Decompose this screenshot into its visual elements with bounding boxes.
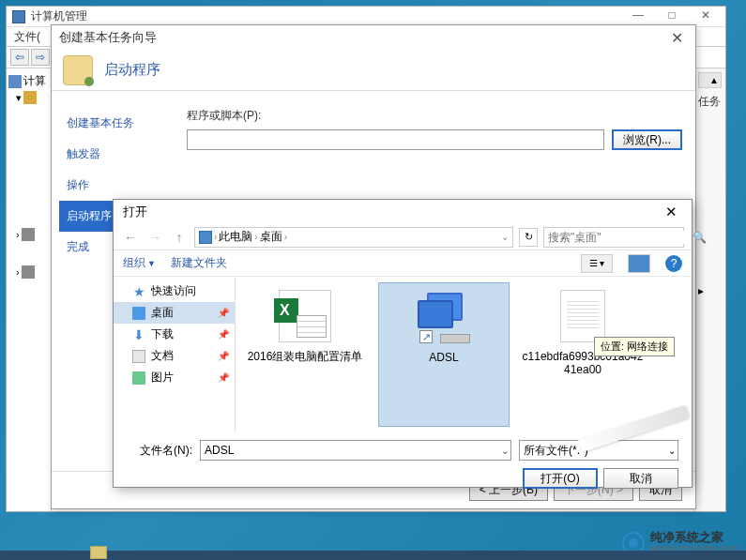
wizard-icon — [63, 55, 93, 85]
help-icon[interactable]: ? — [665, 255, 682, 272]
refresh-icon[interactable]: ↻ — [519, 228, 538, 247]
taskbar-folder-icon[interactable] — [90, 546, 107, 559]
tree-services[interactable]: › — [8, 265, 49, 280]
file-tooltip: 位置: 网络连接 — [594, 337, 675, 356]
star-icon: ★ — [132, 285, 145, 298]
download-icon: ⬇ — [132, 328, 145, 341]
open-toolbar: 组织▼ 新建文件夹 ☰ ▾ ? — [114, 250, 692, 277]
sidebar-desktop[interactable]: 桌面📌 — [114, 302, 235, 324]
search-icon[interactable]: 🔍 — [693, 231, 707, 244]
excel-icon — [279, 290, 331, 342]
view-mode-button[interactable]: ☰ ▾ — [581, 254, 613, 273]
watermark-text: 纯净系统之家 — [650, 532, 738, 543]
network-shortcut-icon: ↗ — [414, 291, 474, 343]
wizard-title: 创建基本任务向导 — [59, 29, 665, 46]
preview-pane-button[interactable] — [628, 254, 650, 273]
nav-back-icon[interactable]: ⇦ — [10, 49, 29, 66]
shortcut-overlay-icon: ↗ — [419, 330, 433, 343]
open-cancel-button[interactable]: 取消 — [603, 468, 678, 489]
actions-header[interactable]: ▲ — [698, 72, 722, 88]
pin-icon: 📌 — [218, 351, 229, 361]
chevron-right-icon: › — [284, 232, 287, 242]
filename-label: 文件名(N): — [127, 443, 192, 459]
wizard-titlebar: 创建基本任务向导 ✕ — [52, 25, 695, 50]
file-name: ADSL — [429, 351, 458, 364]
file-name: 2016组装电脑配置清单 — [248, 350, 363, 363]
pin-icon: 📌 — [218, 329, 229, 340]
chevron-down-icon: ⌄ — [668, 446, 676, 456]
tree-root-icon — [8, 75, 22, 88]
text-file-icon — [560, 290, 605, 342]
sidebar-quick-access[interactable]: ★快速访问 — [114, 280, 235, 302]
nav-forward-icon[interactable]: ⇨ — [31, 49, 50, 66]
cmp-actions-pane: ▲ 任务 ▸ — [693, 68, 725, 511]
sidebar-documents[interactable]: 文档📌 — [114, 345, 235, 367]
program-label: 程序或脚本(P): — [187, 108, 682, 124]
actions-label: 任务 — [698, 88, 722, 115]
open-navbar: ← → ↑ › 此电脑 › 桌面 › ⌄ ↻ 🔍 — [114, 224, 692, 250]
cmp-tree[interactable]: 计算 ▾ › › — [7, 68, 52, 511]
actions-more[interactable]: ▸ — [698, 284, 722, 297]
chevron-right-icon: › — [254, 232, 257, 242]
storage-icon — [22, 228, 35, 241]
cmp-title: 计算机管理 — [31, 8, 618, 24]
browse-button[interactable]: 浏览(R)... — [612, 129, 682, 150]
step-create[interactable]: 创建基本任务 — [59, 108, 174, 139]
file-adsl[interactable]: ↗ ADSL — [378, 282, 510, 427]
file-excel[interactable]: 2016组装电脑配置清单 — [239, 282, 371, 427]
filename-combo[interactable]: ADSL⌄ — [200, 440, 511, 461]
nav-back-icon[interactable]: ← — [121, 228, 140, 247]
document-icon — [132, 350, 145, 363]
cmp-app-icon — [12, 10, 25, 23]
close-button[interactable]: ✕ — [692, 8, 720, 25]
minimize-button[interactable]: — — [624, 8, 652, 25]
search-box[interactable]: 🔍 — [543, 227, 684, 248]
sidebar-downloads[interactable]: ⬇下载📌 — [114, 324, 235, 345]
open-close-icon[interactable]: ✕ — [660, 204, 682, 220]
open-titlebar: 打开 ✕ — [114, 200, 692, 224]
open-sidebar: ★快速访问 桌面📌 ⬇下载📌 文档📌 图片📌 — [114, 277, 236, 432]
crumb-pc[interactable]: 此电脑 — [219, 229, 252, 245]
wrench-icon — [23, 91, 37, 104]
step-trigger[interactable]: 触发器 — [59, 139, 174, 170]
search-input[interactable] — [548, 231, 689, 244]
pc-icon — [199, 231, 212, 244]
new-folder-button[interactable]: 新建文件夹 — [171, 255, 227, 271]
sidebar-pictures[interactable]: 图片📌 — [114, 367, 235, 388]
pin-icon: 📌 — [218, 308, 229, 318]
services-icon — [22, 265, 35, 279]
chevron-down-icon: ⌄ — [501, 446, 509, 456]
tree-root[interactable]: 计算 — [8, 72, 49, 90]
wizard-header: 启动程序 — [52, 50, 695, 91]
wizard-heading: 启动程序 — [104, 61, 160, 79]
wizard-close-icon[interactable]: ✕ — [665, 29, 688, 47]
tree-child[interactable]: ▾ — [8, 90, 49, 105]
nav-up-icon[interactable]: ↑ — [170, 228, 189, 247]
file-list[interactable]: 2016组装电脑配置清单 ↗ ADSL c11ebdfa6993bc01a042… — [236, 277, 692, 432]
nav-fwd-icon[interactable]: → — [145, 228, 164, 247]
chevron-down-icon[interactable]: ⌄ — [501, 232, 509, 242]
open-button[interactable]: 打开(O) — [523, 468, 598, 489]
organize-menu[interactable]: 组织▼ — [123, 255, 156, 271]
breadcrumb[interactable]: › 此电脑 › 桌面 › ⌄ — [194, 227, 513, 248]
tree-storage[interactable]: › — [8, 227, 49, 242]
pictures-icon — [132, 371, 145, 385]
step-action[interactable]: 操作 — [59, 170, 174, 201]
program-input[interactable] — [187, 129, 604, 150]
pin-icon: 📌 — [218, 372, 229, 383]
chevron-down-icon: ▼ — [147, 259, 156, 268]
desktop-icon — [132, 307, 145, 320]
taskbar[interactable] — [0, 551, 746, 560]
crumb-desktop[interactable]: 桌面 — [260, 229, 282, 245]
chevron-right-icon: › — [214, 232, 217, 242]
open-title: 打开 — [123, 204, 660, 220]
maximize-button[interactable]: □ — [658, 8, 686, 25]
